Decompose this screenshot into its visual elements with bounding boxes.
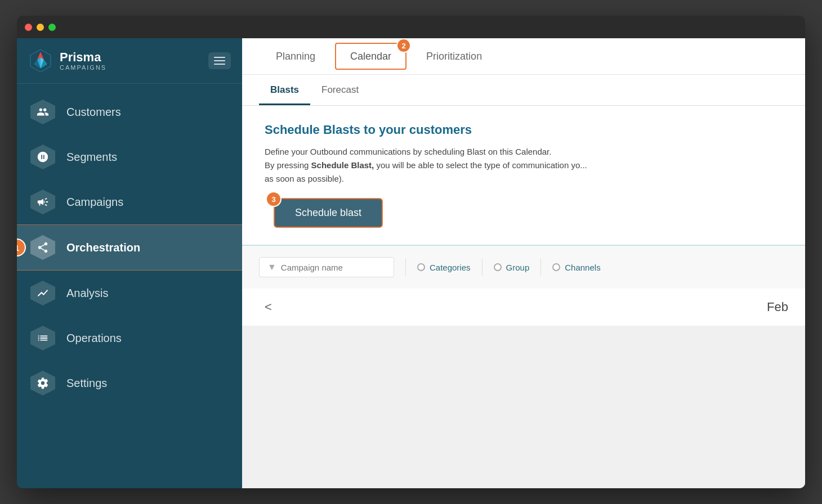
tab-planning[interactable]: Planning bbox=[259, 38, 332, 74]
filter-categories[interactable]: Categories bbox=[417, 263, 471, 272]
step-badge-1: 1 bbox=[17, 238, 26, 256]
tab-prioritization[interactable]: Prioritization bbox=[409, 38, 499, 74]
sidebar-header: Prisma CAMPAIGNS bbox=[17, 38, 242, 84]
sub-tabs: Blasts Forecast bbox=[242, 75, 805, 106]
calendar-area: < Feb bbox=[242, 289, 805, 326]
filter-channels[interactable]: Channels bbox=[552, 263, 600, 272]
calendar-prev-button[interactable]: < bbox=[259, 298, 278, 317]
app-window: Prisma CAMPAIGNS Customers bbox=[17, 16, 805, 488]
step-badge-3: 3 bbox=[266, 191, 282, 207]
panel-content: Schedule Blasts to your customers Define… bbox=[242, 106, 805, 245]
sidebar-item-label: Analysis bbox=[66, 287, 108, 300]
segments-icon bbox=[30, 145, 55, 169]
sidebar-item-label: Campaigns bbox=[66, 196, 123, 209]
sidebar-nav: Customers Segments Campaigns 1 bbox=[17, 84, 242, 488]
schedule-blast-button[interactable]: 3 Schedule blast bbox=[274, 198, 383, 228]
sub-content: Blasts Forecast Schedule Blasts to your … bbox=[242, 75, 805, 488]
group-radio[interactable] bbox=[494, 263, 502, 271]
logo-title: Prisma bbox=[60, 51, 106, 64]
divider bbox=[482, 259, 483, 276]
sidebar-item-operations[interactable]: Operations bbox=[17, 316, 242, 361]
search-input-wrap: ▼ bbox=[259, 257, 394, 277]
sidebar: Prisma CAMPAIGNS Customers bbox=[17, 38, 242, 488]
maximize-button[interactable] bbox=[48, 24, 56, 31]
filter-group[interactable]: Group bbox=[494, 263, 530, 272]
panel-description: Define your Outbound communications by s… bbox=[265, 145, 783, 186]
close-button[interactable] bbox=[25, 24, 32, 31]
hamburger-line bbox=[214, 64, 225, 65]
sidebar-item-segments[interactable]: Segments bbox=[17, 134, 242, 179]
sidebar-item-label: Orchestration bbox=[66, 241, 140, 254]
titlebar bbox=[17, 16, 805, 38]
top-tabs: Planning 2 Calendar Prioritization bbox=[242, 38, 805, 75]
sidebar-item-customers[interactable]: Customers bbox=[17, 89, 242, 134]
categories-radio[interactable] bbox=[417, 263, 425, 271]
logo-text: Prisma CAMPAIGNS bbox=[60, 51, 106, 71]
tab-calendar[interactable]: 2 Calendar bbox=[335, 43, 406, 70]
logo-icon bbox=[28, 48, 53, 73]
hamburger-line bbox=[214, 57, 225, 58]
filter-area: ▼ Categories Group bbox=[242, 245, 805, 289]
sidebar-item-analysis[interactable]: Analysis bbox=[17, 271, 242, 316]
tab-blasts[interactable]: Blasts bbox=[259, 75, 310, 105]
calendar-month: Feb bbox=[767, 300, 788, 314]
sidebar-item-label: Operations bbox=[66, 332, 122, 345]
tab-forecast[interactable]: Forecast bbox=[310, 75, 370, 105]
sidebar-item-campaigns[interactable]: Campaigns bbox=[17, 179, 242, 224]
logo-area: Prisma CAMPAIGNS bbox=[28, 48, 106, 73]
sidebar-item-settings[interactable]: Settings bbox=[17, 361, 242, 406]
channels-radio[interactable] bbox=[552, 263, 560, 271]
hamburger-button[interactable] bbox=[208, 52, 231, 69]
operations-icon bbox=[30, 326, 55, 350]
divider bbox=[540, 259, 541, 276]
campaigns-icon bbox=[30, 190, 55, 214]
hamburger-line bbox=[214, 60, 225, 61]
orchestration-icon bbox=[30, 235, 55, 260]
sidebar-item-label: Segments bbox=[66, 151, 117, 164]
panel-title: Schedule Blasts to your customers bbox=[265, 123, 783, 137]
logo-subtitle: CAMPAIGNS bbox=[60, 64, 106, 71]
sidebar-item-label: Customers bbox=[66, 106, 121, 119]
main-area: Prisma CAMPAIGNS Customers bbox=[17, 38, 805, 488]
settings-icon bbox=[30, 371, 55, 395]
campaign-search-input[interactable] bbox=[281, 263, 382, 272]
minimize-button[interactable] bbox=[37, 24, 44, 31]
content-area: Planning 2 Calendar Prioritization Blast… bbox=[242, 38, 805, 488]
customers-icon bbox=[30, 100, 55, 124]
sidebar-item-orchestration[interactable]: 1 Orchestration bbox=[17, 224, 242, 271]
divider bbox=[405, 259, 406, 276]
analysis-icon bbox=[30, 281, 55, 305]
sidebar-item-label: Settings bbox=[66, 377, 107, 390]
filter-icon: ▼ bbox=[267, 262, 276, 272]
